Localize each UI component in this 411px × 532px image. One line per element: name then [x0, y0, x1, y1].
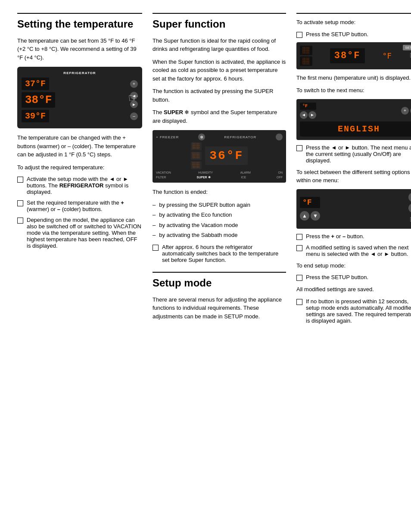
col1-temp1: 37°F — [22, 78, 49, 90]
col1-up-arrow[interactable]: + — [130, 80, 138, 88]
col3-panel3-row: °F ▲ ▼ + – ☞ — [300, 193, 411, 225]
col2-main-temp: 36°F — [205, 146, 248, 165]
col3-note4-text: If no button is pressed within 12 second… — [306, 298, 411, 324]
col2-freezer-label: + FREEZER — [156, 135, 179, 139]
col1-checkbox1 — [17, 177, 23, 183]
col3-panel1: SETUP ░░ ░░ 38°F °F ☞ — [296, 42, 411, 69]
col1-temp-row2: 38°F ◄ ► ☞ — [22, 92, 138, 108]
col3-p3-down-arrow[interactable]: ▼ — [311, 211, 320, 221]
col2-seg3: ░░ — [191, 161, 202, 169]
col1-temp2: 38°F — [22, 92, 55, 108]
col1-temp3: 39°F — [22, 110, 49, 122]
col1-nav-arrows: + — [130, 80, 138, 88]
col2-section-divider — [153, 272, 286, 273]
col3-panel1-row: ░░ ░░ 38°F °F ☞ — [300, 46, 411, 66]
col1-temp-row3: 39°F – — [22, 110, 138, 122]
col2-para2: When the Super function is activated, th… — [153, 58, 286, 83]
dash-item-1-text: by pressing the SUPER button again — [159, 201, 250, 209]
col3-seg1: ░░ — [300, 46, 312, 55]
col2-seg-left: ░░ ░░ ░░ — [191, 142, 202, 169]
col1-title: Setting the temperature — [17, 18, 142, 31]
col2-note2-text: After approx. 6 hours the refrigerator a… — [162, 244, 286, 263]
col1-steps-intro: To adjust the required temperature: — [17, 163, 142, 172]
col3-setup-btn[interactable]: SETUP — [403, 45, 411, 50]
col2-intro: The Super function is ideal for the rapi… — [153, 37, 286, 53]
col3-end-setup: To end setup mode: — [296, 261, 411, 270]
col1-note-icon — [17, 218, 23, 224]
col2-label-alarm: ALARM — [240, 171, 251, 174]
col3-activate-intro: To activate setup mode: — [296, 18, 411, 27]
col1-intro: The temperature can be set from 35 °F to… — [17, 37, 142, 62]
col3-note4: If no button is pressed within 12 second… — [296, 298, 411, 324]
col2-note-icon — [153, 245, 159, 251]
col3-p2-left-arrow[interactable]: ◄ — [300, 111, 308, 119]
col3-p2-arrows: ◄ ► — [300, 111, 316, 119]
dash-item-1: by pressing the SUPER button again — [153, 201, 286, 209]
col3-note3-text: A modified setting is saved when the nex… — [306, 244, 411, 257]
col2-label-on: ON — [278, 171, 283, 174]
col1-bullet2-text: Set the required temperature with the + … — [27, 199, 142, 212]
col3-note4-icon — [296, 299, 302, 305]
col3-bullet-end: Press the SETUP button. — [296, 274, 411, 281]
col1-top-rule — [17, 13, 142, 14]
col1-bullet2: Set the required temperature with the + … — [17, 199, 142, 212]
col3-p2-left: °F ◄ ► — [300, 103, 316, 119]
col3-bullet-nav-text: Press the ◄ or ► button. The next menu a… — [306, 144, 411, 164]
col3-first-menu: The first menu (temperature unit) is dis… — [296, 74, 411, 82]
col3-p3-right: + – ☞ — [408, 193, 411, 225]
col3-seg2: ░░ — [300, 56, 312, 66]
col2-section2-intro: There are several menus for adjusting th… — [153, 296, 286, 321]
col3-p2-right-arrow[interactable]: ► — [308, 111, 316, 119]
col3-p2-seg1: °F — [300, 103, 316, 110]
col1-note1-text: Depending on the model, the appliance ca… — [27, 217, 142, 249]
col2-temp-row: ░░ ░░ ░░ 36°F — [156, 142, 283, 169]
col1: Setting the temperature The temperature … — [17, 13, 142, 328]
col2-seg2: ░░ — [191, 152, 202, 160]
col1-checkbox2 — [17, 200, 23, 206]
page-layout: Setting the temperature The temperature … — [17, 13, 394, 328]
col2-function-ended: The function is ended: — [153, 188, 286, 196]
col2-title: Super function — [153, 18, 286, 31]
col2-labels: VACATION HUMIDITY ALARM ON — [156, 171, 283, 174]
col3-bullet-plus-text: Press the + or – button. — [306, 233, 364, 240]
col1-down-arrow[interactable]: – — [130, 112, 138, 120]
col1-bullet1: Activate the setup mode with the ◄ or ► … — [17, 176, 142, 195]
col2-super-panel: + FREEZER ❄ REFRIGERATOR ░░ ░░ ░░ 36°F V… — [153, 130, 286, 183]
col1-nav-arrows3: – — [130, 112, 138, 120]
col3-hand-area: ☞ — [409, 50, 411, 61]
col3-p2-btn-row: + – — [401, 107, 411, 115]
col3-bullet-plus: Press the + or – button. — [296, 233, 411, 240]
col3-bullet-setup: Press the SETUP button. — [296, 31, 411, 38]
col3-note3: A modified setting is saved when the nex… — [296, 244, 411, 257]
col1-note1: Depending on the model, the appliance ca… — [17, 217, 142, 249]
col2: Super function The Super function is ide… — [153, 13, 286, 328]
col2-label-off: OFF — [277, 176, 283, 179]
col1-bullet1-text: Activate the setup mode with the ◄ or ► … — [27, 176, 142, 195]
col3-p3-plus[interactable]: + — [408, 193, 411, 202]
col3-checkbox-plus — [296, 234, 302, 240]
col3-p3-arrows: ▲ ▼ — [300, 211, 320, 221]
col2-para4: The SUPER ❄ symbol and the Super tempera… — [153, 108, 286, 125]
col3-temp-unit: °F — [382, 51, 392, 60]
col3-p2-plus-btn[interactable]: + — [401, 107, 409, 115]
col2-freeze-icon: ❄ — [198, 134, 205, 140]
dash-item-4-text: by activating the Sabbath mode — [159, 231, 237, 240]
col2-labels2: FILTER SUPER ❄ ICE OFF — [156, 176, 283, 179]
dash-item-2: by activating the Eco function — [153, 211, 286, 219]
col1-panel-label: REFRIGERATOR — [22, 71, 138, 75]
col2-seg1: ░░ — [191, 142, 202, 150]
col3-bullet-nav: Press the ◄ or ► button. The next menu a… — [296, 144, 411, 164]
col3-p3-up-arrow[interactable]: ▲ — [300, 211, 309, 221]
col2-note2: After approx. 6 hours the refrigerator a… — [153, 244, 286, 263]
col3-panel3: °F ▲ ▼ + – ☞ — [296, 189, 411, 229]
col3-p3-left: °F ▲ ▼ — [300, 197, 320, 221]
col2-fridge-icon — [276, 134, 283, 140]
dash-item-4: by activating the Sabbath mode — [153, 231, 286, 240]
col3-p3-minus[interactable]: – — [408, 203, 411, 213]
col2-para3: The function is activated by pressing th… — [153, 87, 286, 104]
col3-panel2: °F ◄ ► + – ENGLISH — [296, 99, 411, 140]
col3-checkbox-setup — [296, 32, 302, 38]
col2-label-vacation: VACATION — [156, 171, 171, 174]
col2-label-super: SUPER ❄ — [196, 176, 210, 179]
col2-label-humidity: HUMIDITY — [198, 171, 213, 174]
